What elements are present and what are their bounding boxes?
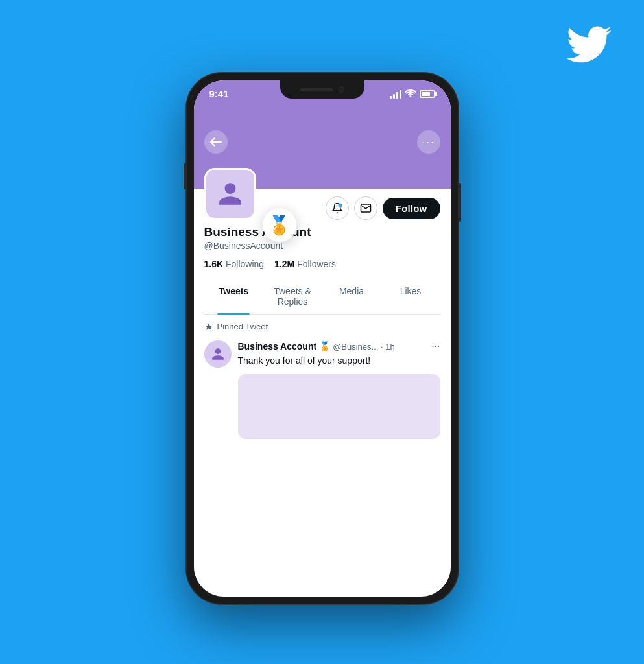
tweet-meta: Business Account 🏅 @Busines... · 1h ···: [238, 340, 440, 352]
tab-likes[interactable]: Likes: [381, 278, 440, 314]
tweet-author-name: Business Account: [238, 341, 317, 351]
phone-mockup: 9:41: [186, 73, 459, 604]
gold-verified-icon: 🏅: [268, 215, 291, 236]
tweet-user-icon: [211, 347, 225, 361]
signal-icon: [390, 89, 401, 99]
screen-content: ··· 🏅: [194, 104, 451, 536]
tweet-handle: @Busines... · 1h: [333, 342, 395, 351]
profile-action-buttons: + Follow: [326, 196, 440, 220]
phone-outer-shell: 9:41: [186, 73, 459, 604]
svg-text:+: +: [339, 204, 341, 207]
tweet-image: [238, 374, 440, 439]
followers-count: 1.2M: [274, 259, 294, 269]
speaker: [300, 88, 333, 91]
tweet-more-options[interactable]: ···: [431, 340, 440, 352]
verified-badge-popup: 🏅: [263, 208, 296, 242]
following-label: Following: [226, 259, 264, 269]
tweet-author-avatar: [204, 340, 232, 368]
follow-button[interactable]: Follow: [383, 198, 440, 219]
status-time: 9:41: [209, 88, 229, 99]
tweet-verified-icon: 🏅: [319, 341, 330, 351]
twitter-bird-icon: [566, 26, 612, 63]
tab-tweets[interactable]: Tweets: [204, 278, 263, 314]
profile-content: 🏅 +: [194, 189, 451, 315]
phone-screen: 9:41: [194, 80, 451, 597]
following-stat[interactable]: 1.6K Following: [204, 259, 265, 269]
battery-icon: [420, 90, 435, 98]
tweet-body: Business Account 🏅 @Busines... · 1h ··· …: [238, 340, 440, 439]
profile-handle: @BusinessAccount: [204, 241, 440, 251]
tweet-header: Business Account 🏅 @Busines... · 1h ··· …: [204, 340, 440, 439]
tab-media[interactable]: Media: [322, 278, 381, 314]
pinned-label-text: Pinned Tweet: [217, 322, 268, 331]
avatar-action-row: 🏅 +: [204, 189, 440, 220]
pinned-tweet: Business Account 🏅 @Busines... · 1h ··· …: [194, 335, 451, 447]
twitter-logo-container: [566, 26, 612, 72]
user-icon: [217, 180, 244, 208]
header-nav: ···: [194, 130, 451, 154]
profile-tabs: Tweets Tweets & Replies Media Likes: [204, 278, 440, 315]
tweet-text: Thank you for all of your support!: [238, 355, 440, 368]
more-options-button[interactable]: ···: [417, 130, 440, 154]
message-button[interactable]: [354, 196, 377, 220]
camera: [338, 86, 344, 93]
profile-avatar: [204, 168, 256, 220]
back-button[interactable]: [204, 130, 228, 154]
notifications-button[interactable]: +: [326, 196, 349, 220]
profile-name-row: Business Account: [204, 225, 440, 239]
followers-stat[interactable]: 1.2M Followers: [274, 259, 336, 269]
phone-notch: [280, 80, 364, 99]
profile-stats: 1.6K Following 1.2M Followers: [204, 259, 440, 269]
pin-icon: [204, 322, 213, 331]
pinned-tweet-label: Pinned Tweet: [194, 315, 451, 335]
status-icons: [390, 89, 435, 99]
tab-tweets-replies[interactable]: Tweets & Replies: [263, 278, 322, 314]
wifi-icon: [405, 89, 416, 99]
following-count: 1.6K: [204, 259, 224, 269]
followers-label: Followers: [297, 259, 336, 269]
